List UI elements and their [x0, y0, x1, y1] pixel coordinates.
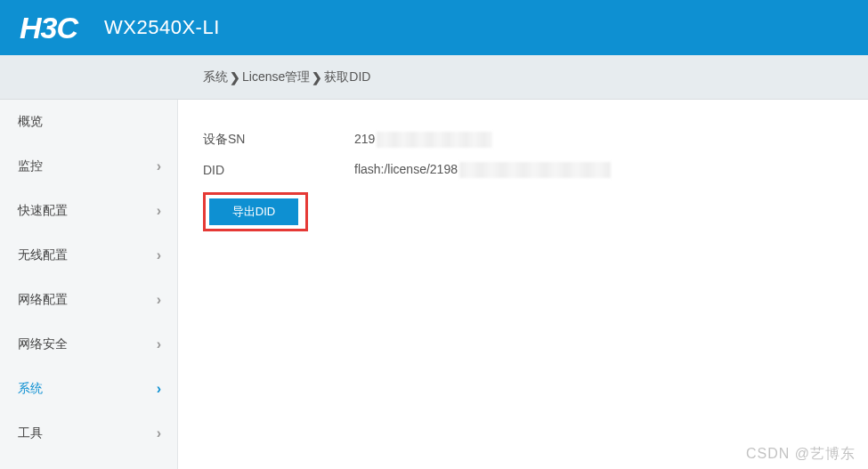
sidebar-item-label: 快速配置	[18, 203, 68, 219]
did-value: flash:/license/2198	[354, 162, 611, 178]
sidebar-item-wireless[interactable]: 无线配置 ›	[0, 233, 177, 278]
breadcrumb: 系统 ❯ License管理 ❯ 获取DID	[0, 55, 868, 100]
sidebar-item-monitor[interactable]: 监控 ›	[0, 144, 177, 189]
device-sn-value: 219	[354, 132, 492, 148]
content-panel: 设备SN 219 DID flash:/license/2198 导出DID	[178, 100, 868, 469]
chevron-right-icon: ❯	[312, 70, 322, 85]
sidebar-item-tools[interactable]: 工具 ›	[0, 411, 177, 456]
watermark-text: CSDN @艺博东	[746, 445, 856, 464]
device-sn-label: 设备SN	[203, 132, 354, 148]
sidebar-item-label: 概览	[18, 114, 43, 130]
breadcrumb-item[interactable]: License管理	[242, 69, 310, 85]
sidebar-item-label: 工具	[18, 425, 43, 441]
chevron-right-icon: ›	[157, 203, 161, 219]
redacted-icon	[459, 162, 611, 178]
device-model: WX2540X-LI	[104, 16, 220, 39]
chevron-right-icon: ›	[157, 425, 161, 441]
sidebar-item-label: 监控	[18, 158, 43, 174]
chevron-right-icon: ›	[157, 158, 161, 174]
highlight-box: 导出DID	[203, 192, 308, 231]
chevron-right-icon: ›	[157, 292, 161, 308]
brand-logo: H3C	[20, 11, 77, 45]
chevron-right-icon: ›	[157, 247, 161, 263]
chevron-right-icon: ›	[157, 381, 161, 397]
did-prefix: flash:/license/2198	[354, 162, 458, 176]
breadcrumb-item[interactable]: 系统	[203, 69, 228, 85]
sidebar-item-overview[interactable]: 概览	[0, 100, 177, 144]
did-label: DID	[203, 163, 354, 177]
sidebar-item-security[interactable]: 网络安全 ›	[0, 322, 177, 367]
breadcrumb-item[interactable]: 获取DID	[324, 69, 370, 85]
did-row: DID flash:/license/2198	[203, 155, 859, 185]
redacted-icon	[377, 132, 492, 148]
chevron-right-icon: ›	[157, 336, 161, 352]
device-sn-prefix: 219	[354, 132, 375, 146]
device-sn-row: 设备SN 219	[203, 125, 859, 155]
sidebar-item-quickconfig[interactable]: 快速配置 ›	[0, 189, 177, 233]
sidebar-item-label: 无线配置	[18, 247, 68, 263]
sidebar-item-system[interactable]: 系统 ›	[0, 367, 177, 411]
sidebar-item-label: 系统	[18, 381, 43, 397]
sidebar-item-label: 网络配置	[18, 292, 68, 308]
sidebar-item-network[interactable]: 网络配置 ›	[0, 278, 177, 322]
chevron-right-icon: ❯	[230, 70, 240, 85]
sidebar: 概览 监控 › 快速配置 › 无线配置 › 网络配置 › 网络安全 › 系统 ›…	[0, 100, 178, 469]
app-header: H3C WX2540X-LI	[0, 0, 868, 55]
sidebar-item-label: 网络安全	[18, 336, 68, 352]
export-did-button[interactable]: 导出DID	[209, 198, 298, 225]
